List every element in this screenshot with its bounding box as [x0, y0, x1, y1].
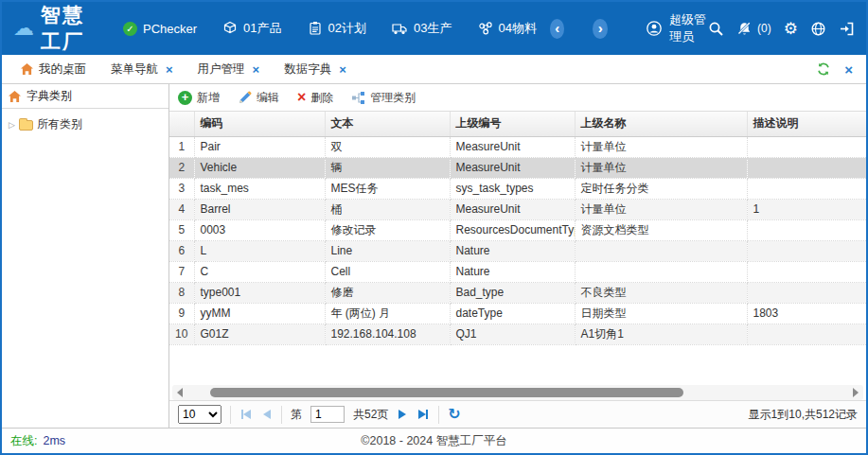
table-cell: C	[194, 261, 325, 282]
next-page-button[interactable]	[397, 410, 408, 419]
menu-item-pchecker[interactable]: ✓ PChecker	[123, 22, 197, 36]
user-menu[interactable]: 超级管理员	[646, 11, 708, 45]
tab-my-desktop[interactable]: 我的桌面	[8, 55, 98, 83]
edit-button[interactable]: 编辑	[238, 90, 279, 106]
table-cell: A1切角1	[575, 324, 747, 344]
settings-gear-icon[interactable]: ⚙	[784, 21, 798, 37]
table-cell	[747, 240, 866, 261]
last-page-button[interactable]	[416, 410, 430, 419]
tree-item-label: 所有类别	[37, 116, 82, 132]
column-header[interactable]: 文本	[325, 112, 450, 136]
dictionary-panel: + 新增 编辑 × 删除 管理类别	[169, 84, 866, 428]
page-prefix-label: 第	[291, 407, 302, 423]
scroll-right-arrow-icon[interactable]	[853, 388, 859, 397]
row-number: 2	[169, 157, 194, 178]
row-number: 7	[169, 261, 194, 282]
toolbar-button-label: 编辑	[257, 90, 279, 106]
check-circle-icon: ✓	[123, 22, 137, 36]
tab-close-icon[interactable]: ×	[166, 62, 173, 77]
clipboard-icon	[308, 21, 323, 36]
scrollbar-thumb[interactable]	[210, 388, 683, 397]
add-button[interactable]: + 新增	[178, 90, 220, 106]
table-row[interactable]: 1Pair双MeasureUnit计量单位	[169, 136, 866, 157]
column-header[interactable]: 上级名称	[575, 112, 747, 136]
table-row[interactable]: 9yyMM年 (两位) 月dateType日期类型1803	[169, 303, 866, 324]
table-row[interactable]: 10G01Z192.168.104.108QJ1A1切角1	[169, 324, 866, 344]
table-cell: yyMM	[194, 303, 325, 324]
table-cell: 修磨	[325, 282, 450, 303]
notifications-muted-icon[interactable]	[736, 21, 753, 37]
tree-expander-icon[interactable]: ▷	[9, 120, 15, 130]
table-cell: 辆	[325, 157, 450, 178]
column-header[interactable]: 描述说明	[747, 112, 866, 136]
column-header[interactable]: 编码	[194, 112, 325, 136]
user-name: 超级管理员	[669, 11, 708, 45]
table-cell: 资源文档类型	[575, 219, 747, 240]
menu-item-label: 03生产	[414, 20, 452, 37]
search-icon[interactable]	[708, 21, 724, 37]
topbar-actions: (0) ⚙	[708, 21, 855, 37]
table-row[interactable]: 4Barrel桶MeasureUnit计量单位1	[169, 199, 866, 219]
tree-item-all-categories[interactable]: ▷ 所有类别	[7, 114, 164, 134]
home-icon	[20, 62, 34, 76]
menu-item-production[interactable]: 03生产	[392, 20, 452, 37]
app-title: 智慧工厂	[41, 2, 97, 55]
delete-button[interactable]: × 删除	[297, 90, 333, 106]
table-row[interactable]: 3task_mesMES任务sys_task_types定时任务分类	[169, 178, 866, 199]
folder-icon	[19, 120, 33, 131]
manage-category-button[interactable]: 管理类别	[351, 90, 416, 106]
table-cell: MeasureUnit	[450, 136, 575, 157]
first-page-button[interactable]	[239, 410, 253, 419]
grid-toolbar: + 新增 编辑 × 删除 管理类别	[169, 84, 866, 112]
table-row[interactable]: 6LLineNature	[169, 240, 866, 261]
page-size-select[interactable]: 10	[178, 405, 221, 424]
pager-refresh-icon[interactable]: ↻	[448, 407, 460, 422]
row-number: 1	[169, 136, 194, 157]
table-cell: G01Z	[194, 324, 325, 344]
table-cell	[747, 157, 866, 178]
dict-table-body: 1Pair双MeasureUnit计量单位2Vehicle辆MeasureUni…	[169, 136, 866, 344]
edit-pencil-icon	[238, 91, 252, 105]
menu-item-label: 01产品	[243, 20, 281, 37]
tab-data-dictionary[interactable]: 数据字典 ×	[272, 55, 359, 83]
column-header[interactable]: 上级编号	[450, 112, 575, 136]
tab-menu-navigation[interactable]: 菜单导航 ×	[98, 55, 186, 83]
menu-item-label: 04物料	[499, 20, 537, 37]
notification-count[interactable]: (0)	[757, 22, 771, 35]
table-cell: 1803	[747, 303, 866, 324]
globe-icon[interactable]	[810, 21, 826, 37]
app-logo[interactable]: ☁ 智慧工厂	[13, 2, 97, 55]
scroll-left-arrow-icon[interactable]	[177, 388, 183, 397]
menu-item-material[interactable]: 04物料	[478, 20, 537, 37]
close-panel-icon[interactable]: ×	[844, 62, 853, 77]
copyright-text: ©2018 - 2024 智慧工厂平台	[2, 433, 866, 449]
tab-close-icon[interactable]: ×	[339, 62, 346, 77]
user-icon	[646, 20, 663, 37]
prev-page-button[interactable]	[261, 410, 273, 419]
column-header-rownum	[169, 112, 194, 136]
tab-label: 用户管理	[198, 61, 245, 78]
tab-label: 菜单导航	[111, 61, 158, 78]
menu-item-product[interactable]: 01产品	[222, 20, 281, 37]
table-row[interactable]: 50003修改记录ResourcesDocumentType资源文档类型	[169, 219, 866, 240]
refresh-icon[interactable]	[816, 61, 831, 77]
table-row[interactable]: 7CCellNature	[169, 261, 866, 282]
page-number-input[interactable]	[310, 406, 345, 423]
table-cell: 桶	[325, 199, 450, 219]
table-cell	[747, 261, 866, 282]
pager-separator	[230, 406, 231, 424]
table-cell: Nature	[450, 261, 575, 282]
tab-close-icon[interactable]: ×	[253, 62, 260, 77]
menu-scroll-right-button[interactable]: ›	[593, 19, 607, 39]
table-row[interactable]: 8type001修磨Bad_type不良类型	[169, 282, 866, 303]
table-row[interactable]: 2Vehicle辆MeasureUnit计量单位	[169, 157, 866, 178]
horizontal-scrollbar[interactable]	[172, 385, 863, 400]
table-cell: 双	[325, 136, 450, 157]
menu-scroll-left-button[interactable]: ‹	[550, 19, 564, 39]
tab-user-management[interactable]: 用户管理 ×	[186, 55, 273, 83]
table-cell: task_mes	[194, 178, 325, 199]
home-icon	[8, 90, 22, 103]
logout-icon[interactable]	[839, 21, 855, 37]
menu-item-plan[interactable]: 02计划	[308, 20, 366, 37]
latency-value: 2ms	[43, 434, 65, 447]
